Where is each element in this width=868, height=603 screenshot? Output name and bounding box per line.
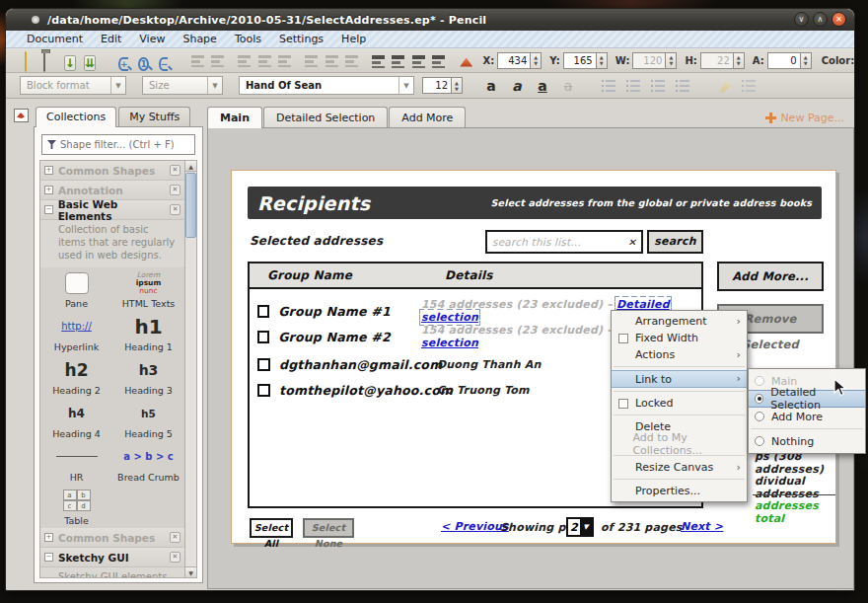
shape-hyperlink[interactable]: http:// Hyperlink — [40, 311, 112, 354]
font-size-field[interactable]: 12 — [422, 77, 452, 94]
dropdown-arrow-icon[interactable]: ▼ — [580, 519, 592, 535]
font-size-spinner[interactable]: ▲▼ — [452, 77, 463, 94]
minimize-button[interactable]: ∨ — [794, 12, 809, 27]
tab-add-more[interactable]: Add More — [389, 107, 466, 128]
new-document-icon[interactable] — [25, 51, 27, 72]
section-common-shapes-2[interactable]: + Common Shapes ✕ — [40, 528, 184, 548]
shape-bread-crumb[interactable]: a > b > c Bread Crumb — [112, 441, 184, 485]
bring-to-front-icon[interactable] — [370, 52, 386, 69]
row-checkbox[interactable] — [257, 305, 269, 318]
expand-icon[interactable]: + — [44, 166, 53, 175]
close-section-icon[interactable]: ✕ — [170, 532, 181, 543]
mockup-search-box[interactable]: search this list... ✕ — [485, 230, 643, 254]
bold-icon[interactable]: a — [483, 78, 499, 94]
shape-table[interactable]: ab cd Table — [40, 485, 112, 528]
scroll-up-icon[interactable]: ▲ — [185, 161, 196, 172]
shape-filter-input[interactable] — [60, 139, 194, 150]
next-link[interactable]: Next > — [681, 520, 723, 533]
x-field[interactable]: 434 — [497, 52, 531, 69]
radio-icon[interactable] — [755, 436, 764, 446]
close-section-icon[interactable]: ✕ — [170, 185, 181, 195]
radio-icon[interactable] — [755, 412, 764, 421]
font-family-combo[interactable]: Hand Of Sean▼ — [239, 76, 414, 95]
menu-tools[interactable]: Tools — [226, 33, 270, 45]
shape-pane[interactable]: Pane — [40, 267, 112, 311]
zoom-reset-icon[interactable]: 1 — [138, 57, 148, 71]
outdent-icon — [675, 78, 691, 93]
tab-detailed-selection[interactable]: Detailed Selection — [263, 107, 388, 128]
shape-heading4[interactable]: h4 Heading 4 — [40, 398, 112, 441]
row-checkbox[interactable] — [257, 331, 269, 343]
maximize-button[interactable]: ∧ — [813, 12, 828, 27]
close-section-icon[interactable]: ✕ — [170, 165, 181, 176]
menu-settings[interactable]: Settings — [270, 33, 332, 45]
menu-item-arrangement[interactable]: Arrangement› — [612, 313, 747, 330]
new-page-button[interactable]: New Page... — [765, 112, 844, 124]
col-group-name: Group Name — [267, 268, 445, 282]
close-section-icon[interactable]: ✕ — [170, 204, 181, 215]
w-spinner: ▲▼ — [666, 52, 677, 69]
sidebar-scrollbar[interactable]: ▲ ▼ — [184, 160, 197, 578]
send-backward-icon[interactable] — [410, 52, 426, 69]
tab-my-stuffs[interactable]: My Stuffs — [118, 107, 190, 127]
scroll-down-icon[interactable]: ▼ — [185, 566, 196, 577]
page-dropdown[interactable]: 2 ▼ — [566, 517, 594, 537]
shape-heading1[interactable]: h1 Heading 1 — [112, 311, 184, 354]
expand-icon[interactable]: + — [44, 186, 53, 194]
tab-collections[interactable]: Collections — [36, 107, 116, 127]
section-sketchy-gui[interactable]: − Sketchy GUI ✕ — [40, 548, 184, 567]
menu-help[interactable]: Help — [332, 33, 375, 45]
y-field[interactable]: 165 — [563, 52, 597, 69]
section-common-shapes[interactable]: + Common Shapes ✕ — [40, 161, 184, 181]
shape-heading5[interactable]: h5 Heading 5 — [112, 398, 184, 441]
select-all-button[interactable]: Select All — [250, 518, 293, 538]
shape-heading3[interactable]: h3 Heading 3 — [112, 354, 184, 398]
menu-document[interactable]: Document — [18, 33, 92, 45]
collapse-icon[interactable]: − — [44, 205, 53, 214]
a-spinner[interactable]: ▲▼ — [801, 52, 812, 69]
italic-icon[interactable]: a — [509, 78, 525, 94]
clear-search-icon[interactable]: ✕ — [627, 237, 636, 248]
canvas-area[interactable]: Recipients Select addresses from the glo… — [207, 127, 854, 589]
shape-hr[interactable]: HR — [40, 441, 112, 485]
expand-icon[interactable]: + — [44, 533, 53, 542]
shape-html-texts[interactable]: Lorem ipsum nunc HTML Texts — [112, 267, 184, 311]
menu-item-fixed-width[interactable]: Fixed Width — [612, 330, 747, 346]
add-more-button[interactable]: Add More... — [717, 262, 824, 291]
title-bar[interactable]: /data/home/Desktop/Archive/2010-05-31/Se… — [6, 9, 854, 31]
send-to-back-icon[interactable] — [430, 52, 446, 69]
menu-view[interactable]: View — [130, 33, 174, 45]
menu-item-link-to[interactable]: Link to› — [612, 370, 747, 388]
underline-icon[interactable]: a — [535, 78, 550, 94]
checkbox-icon[interactable] — [618, 334, 628, 343]
menu-item-resize-canvas[interactable]: Resize Canvas› — [612, 459, 747, 476]
y-spinner[interactable]: ▲▼ — [597, 52, 608, 69]
section-basic-web-elements[interactable]: − Basic Web Elements ✕ — [40, 200, 184, 220]
collapse-icon[interactable]: − — [44, 553, 53, 562]
shape-stamp-icon[interactable] — [14, 109, 29, 122]
menu-item-locked[interactable]: Locked — [612, 395, 747, 412]
menu-item-actions[interactable]: Actions› — [612, 346, 747, 363]
menu-shape[interactable]: Shape — [174, 33, 225, 45]
export-icon[interactable]: ⇊ — [84, 55, 96, 71]
submenu-item-nothing[interactable]: Nothing — [749, 432, 865, 450]
checkbox-icon[interactable] — [618, 399, 628, 409]
x-spinner[interactable]: ▲▼ — [531, 52, 542, 69]
close-button[interactable]: ✕ — [832, 12, 846, 27]
row-checkbox[interactable] — [257, 384, 270, 397]
radio-selected-icon[interactable] — [755, 394, 763, 404]
a-field[interactable]: 0 — [767, 52, 801, 69]
menu-edit[interactable]: Edit — [92, 33, 130, 45]
mockup-search-button[interactable]: search — [647, 230, 703, 254]
mockup-header-bar[interactable]: Recipients Select addresses from the glo… — [248, 187, 822, 219]
previous-link[interactable]: < Previous — [441, 520, 509, 533]
bring-forward-icon[interactable] — [390, 52, 405, 69]
scrollbar-thumb[interactable] — [185, 173, 196, 238]
menu-item-properties[interactable]: Properties... — [612, 483, 747, 499]
tab-main[interactable]: Main — [207, 107, 262, 128]
close-section-icon[interactable]: ✕ — [170, 552, 181, 563]
open-document-icon[interactable] — [43, 51, 45, 72]
shape-heading2[interactable]: h2 Heading 2 — [40, 354, 112, 398]
save-icon[interactable]: ↓ — [64, 55, 76, 71]
row-checkbox[interactable] — [257, 358, 270, 371]
